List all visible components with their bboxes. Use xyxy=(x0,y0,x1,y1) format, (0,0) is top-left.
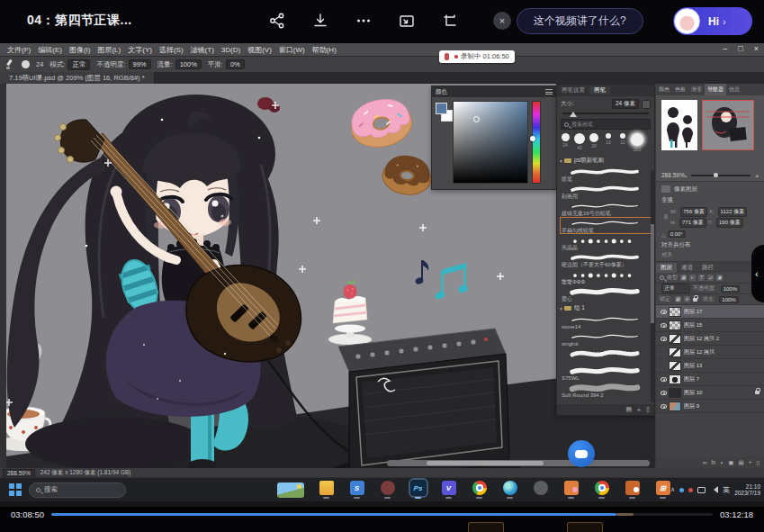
brush-tip[interactable]: 12 xyxy=(617,133,628,145)
link-layers-icon[interactable]: ∞ xyxy=(703,459,707,465)
visibility-cell[interactable] xyxy=(658,377,669,382)
close-icon[interactable]: × xyxy=(493,12,511,30)
brush-scrollbar[interactable] xyxy=(651,170,654,402)
h-value[interactable]: 771 像素 xyxy=(679,218,706,228)
brush-item[interactable]: 蟹蟹ΦΦΦ xyxy=(560,268,652,285)
layer-group-icon[interactable]: ▤ xyxy=(738,459,743,466)
flow-select[interactable]: 100% xyxy=(175,59,202,69)
lock-transparent-icon[interactable]: ▦ xyxy=(675,296,681,302)
weather-widget[interactable] xyxy=(277,482,304,498)
filter-type-icon[interactable]: T xyxy=(698,275,705,281)
layer-opacity-value[interactable]: 100% xyxy=(721,285,740,293)
layers-tab[interactable]: 路径 xyxy=(697,263,718,273)
lock-all-icon[interactable] xyxy=(693,298,697,302)
filter-pixel-icon[interactable]: ▦ xyxy=(680,275,687,281)
filter-adjust-icon[interactable]: ◐ xyxy=(689,275,696,281)
taskbar-app-contacts[interactable] xyxy=(533,481,548,499)
eye-icon[interactable] xyxy=(661,391,667,395)
tray-expand-icon[interactable]: ∧ xyxy=(670,486,675,493)
dock-tab[interactable]: 色板 xyxy=(672,84,688,95)
dock-tab[interactable]: 信息 xyxy=(726,84,742,95)
brush-tip[interactable]: 24 xyxy=(560,133,571,148)
brush-item[interactable]: 硬边圆（不要大于60像素） xyxy=(560,251,652,268)
taskbar-app-app-grid[interactable]: ⊞ xyxy=(655,481,670,499)
brush-size-field[interactable]: 24 像素 xyxy=(612,99,639,109)
chat-bubble-icon[interactable] xyxy=(568,440,595,467)
lock-position-icon[interactable]: ✛ xyxy=(684,296,690,302)
brush-tip[interactable]: 42 xyxy=(574,133,585,150)
reference-thumbnail[interactable] xyxy=(661,100,697,150)
taskbar-app-edge[interactable] xyxy=(502,481,517,499)
fill-value[interactable]: 100% xyxy=(719,296,738,303)
adjustment-layer-icon[interactable]: ▣ xyxy=(728,459,733,466)
x-value[interactable]: 1122 像素 xyxy=(718,207,748,217)
menu-item[interactable]: 帮助(H) xyxy=(312,45,337,55)
brush-tip[interactable]: 300 xyxy=(632,133,643,152)
pen-pressure-icon[interactable] xyxy=(642,100,651,109)
brush-item[interactable]: S75WL xyxy=(560,365,652,382)
menu-item[interactable]: 文字(Y) xyxy=(128,45,152,55)
share-icon[interactable] xyxy=(268,12,286,30)
taskbar-app-app-blue[interactable]: S xyxy=(349,481,364,499)
fg-bg-swatches[interactable] xyxy=(435,101,453,184)
delete-brush-icon[interactable]: ▯ xyxy=(646,406,650,413)
ai-assistant-button[interactable]: Hi › xyxy=(673,7,752,35)
eye-icon[interactable] xyxy=(661,377,667,382)
visibility-cell[interactable] xyxy=(658,323,669,328)
brush-panel-tab[interactable]: 画笔 xyxy=(589,86,610,95)
eye-icon[interactable] xyxy=(661,323,667,328)
brush-item[interactable]: stone14 xyxy=(560,313,652,330)
new-brush-icon[interactable]: + xyxy=(637,407,641,413)
dock-tab[interactable]: 渐变 xyxy=(688,84,705,95)
layers-tab[interactable]: 通道 xyxy=(677,263,697,273)
visibility-cell[interactable] xyxy=(658,337,669,341)
blend-mode-select[interactable]: 正常 xyxy=(661,284,690,293)
ask-question-pill[interactable]: 这个视频讲了什么? xyxy=(517,8,643,34)
menu-item[interactable]: 编辑(E) xyxy=(38,45,62,55)
taskbar-app-app-orange-clock[interactable] xyxy=(625,481,640,499)
menu-item[interactable]: 视图(V) xyxy=(247,45,272,55)
close-window-icon[interactable]: × xyxy=(754,44,759,53)
volume-icon[interactable] xyxy=(710,486,718,493)
smoothing-select[interactable]: 0% xyxy=(226,59,245,69)
taskbar-app-photoshop[interactable]: Ps xyxy=(410,481,426,499)
link-dimensions-icon[interactable]: 8 xyxy=(661,206,670,228)
brush-size-slider[interactable] xyxy=(562,110,649,117)
zoom-in-icon[interactable]: ▴ xyxy=(755,172,759,179)
visibility-cell[interactable] xyxy=(658,391,669,395)
menu-item[interactable]: 滤镜(T) xyxy=(191,45,214,55)
menu-item[interactable]: 选择(S) xyxy=(159,45,184,55)
zoom-percent[interactable]: 288.59% xyxy=(661,172,685,178)
angle-value[interactable]: 0.00° xyxy=(668,230,686,238)
y-value[interactable]: 190 像素 xyxy=(716,218,743,228)
tray-app-icon[interactable] xyxy=(688,488,693,492)
zoom-slider[interactable] xyxy=(691,175,751,176)
taskbar-app-chrome-2[interactable] xyxy=(594,481,609,499)
layer-row[interactable]: 图层 15 xyxy=(656,319,764,332)
layer-effects-icon[interactable]: fx xyxy=(711,459,715,465)
more-icon[interactable] xyxy=(355,12,373,30)
minimize-icon[interactable]: – xyxy=(723,44,727,53)
sidebar-toggle[interactable]: ‹ xyxy=(751,245,764,302)
horizontal-scrollbar[interactable] xyxy=(387,460,650,466)
layer-row[interactable]: 图层 7 xyxy=(656,373,764,386)
restore-icon[interactable]: □ xyxy=(738,44,742,53)
menu-item[interactable]: 图层(L) xyxy=(97,45,121,55)
zoom-out-icon[interactable]: ▴ xyxy=(685,173,688,178)
menu-item[interactable]: 窗口(W) xyxy=(279,45,305,55)
download-icon[interactable] xyxy=(311,12,329,30)
brush-tool-icon[interactable] xyxy=(4,59,14,69)
hue-slider[interactable] xyxy=(532,101,541,184)
brush-item[interactable]: 超级无敌19号仿铅笔 xyxy=(560,200,652,217)
eye-icon[interactable] xyxy=(661,404,667,409)
panel-menu-icon[interactable] xyxy=(545,89,553,95)
brush-preset-icon[interactable] xyxy=(22,60,30,68)
brush-item[interactable]: 刮画用 xyxy=(560,183,652,200)
tray-app-icon[interactable] xyxy=(679,488,684,492)
w-value[interactable]: 756 像素 xyxy=(680,207,707,217)
visibility-cell[interactable] xyxy=(658,310,669,314)
eye-icon[interactable] xyxy=(661,310,667,314)
screenshot-icon[interactable] xyxy=(441,12,459,30)
dock-tab[interactable]: 颜色 xyxy=(656,84,672,95)
visibility-cell[interactable] xyxy=(658,404,669,409)
